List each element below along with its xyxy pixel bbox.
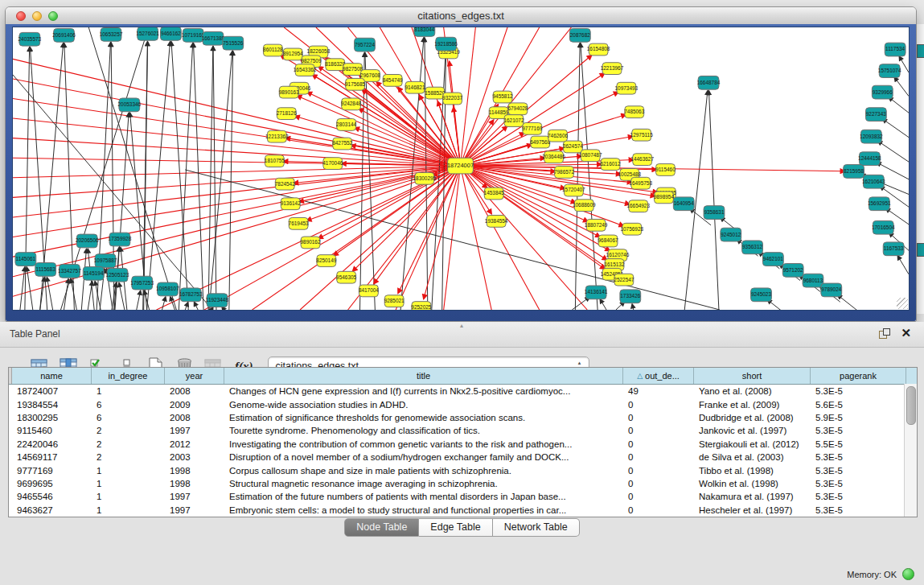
cell[interactable]: 9115460 xyxy=(13,426,92,435)
cell[interactable]: 2008 xyxy=(166,413,225,422)
cell[interactable]: 9699695 xyxy=(13,479,92,488)
cell[interactable]: 0 xyxy=(624,426,695,435)
column-header-title[interactable]: title xyxy=(224,368,623,384)
cell[interactable]: 1 xyxy=(92,466,166,476)
table-row[interactable]: 946362711997Embryonic stem cells: a mode… xyxy=(9,504,917,517)
table-row[interactable]: 1456911722003Disruption of a novel membe… xyxy=(9,451,917,463)
edge[interactable] xyxy=(461,166,607,260)
cell[interactable]: Embryonic stem cells: a model to study s… xyxy=(225,505,624,515)
scrollbar-thumb[interactable] xyxy=(906,386,916,425)
cell[interactable]: 1 xyxy=(92,479,166,488)
cell[interactable]: 9777169 xyxy=(13,466,92,476)
cell[interactable]: 2009 xyxy=(166,400,225,410)
float-panel-icon[interactable] xyxy=(879,328,890,340)
edge[interactable] xyxy=(575,43,580,310)
table-panel-header[interactable]: ▴ Table Panel ✕ xyxy=(0,322,924,348)
cell[interactable]: 5.3E-5 xyxy=(811,466,907,476)
cell[interactable]: Yano et al. (2008) xyxy=(695,386,811,396)
cell[interactable]: 18300295 xyxy=(13,413,92,422)
cell[interactable]: 1997 xyxy=(166,505,225,515)
network-canvas[interactable]: 8601128891295418226058982750916543362818… xyxy=(12,27,910,311)
edge[interactable] xyxy=(229,51,233,310)
edge[interactable] xyxy=(209,51,232,310)
cell[interactable]: 2 xyxy=(92,452,166,462)
cell[interactable]: Structural magnetic resonance image aver… xyxy=(225,479,624,488)
edge[interactable] xyxy=(334,166,461,256)
cell[interactable]: 18724007 xyxy=(13,386,92,396)
cell[interactable]: Wolkin et al. (1998) xyxy=(695,479,811,488)
edge[interactable] xyxy=(838,295,859,310)
table-row[interactable]: 1938455462009Genome-wide association stu… xyxy=(9,398,917,410)
table-row[interactable]: 911546021997Tourette syndrome. Phenomeno… xyxy=(9,424,917,437)
cell[interactable]: 49 xyxy=(624,386,695,396)
cell[interactable]: Estimation of significance thresholds fo… xyxy=(225,413,624,422)
cell[interactable]: 9465546 xyxy=(13,492,92,501)
cell[interactable]: 1997 xyxy=(166,426,225,435)
edge[interactable] xyxy=(185,303,188,310)
edge[interactable] xyxy=(13,166,461,277)
cell[interactable]: 5.5E-5 xyxy=(811,439,907,449)
cell[interactable]: 5.3E-5 xyxy=(811,452,907,462)
cell[interactable]: 0 xyxy=(624,505,695,515)
cell[interactable]: 2 xyxy=(92,439,166,449)
edge[interactable] xyxy=(147,42,170,310)
cell[interactable]: Tibbo et al. (1998) xyxy=(695,466,811,476)
cell[interactable]: Disruption of a novel member of a sodium… xyxy=(225,452,624,462)
cell[interactable]: 1998 xyxy=(166,479,225,488)
cell[interactable]: 0 xyxy=(624,492,695,501)
cell[interactable]: 2 xyxy=(92,426,166,435)
cell[interactable]: 5.3E-5 xyxy=(811,479,907,488)
table-body[interactable]: 1872400712008Changes of HCN gene express… xyxy=(9,385,917,517)
edge[interactable] xyxy=(365,52,376,310)
window-titlebar[interactable]: citations_edges.txt xyxy=(6,7,916,25)
edge[interactable] xyxy=(194,43,204,310)
table-row[interactable]: 969969511998Structural magnetic resonanc… xyxy=(9,477,917,490)
cell[interactable]: 5.3E-5 xyxy=(811,492,907,501)
edge[interactable] xyxy=(27,267,33,310)
edge[interactable] xyxy=(878,141,909,162)
cell[interactable]: 2012 xyxy=(166,439,225,449)
cell[interactable]: 22420046 xyxy=(13,439,92,449)
cell[interactable]: 0 xyxy=(624,466,695,476)
edge[interactable] xyxy=(600,299,606,310)
table-row[interactable]: 2242004622012Investigating the contribut… xyxy=(9,438,917,451)
cell[interactable]: 5.3E-5 xyxy=(811,505,907,515)
edge[interactable] xyxy=(894,77,909,97)
cell[interactable]: 9463627 xyxy=(13,505,92,515)
cell[interactable]: 5.9E-5 xyxy=(811,413,907,422)
edge[interactable] xyxy=(47,278,52,310)
cell[interactable]: 0 xyxy=(624,452,695,462)
column-header-pagerank[interactable]: pagerank xyxy=(811,368,906,384)
edge[interactable] xyxy=(64,279,68,310)
cell[interactable]: 0 xyxy=(624,439,695,449)
tab-edge-table[interactable]: Edge Table xyxy=(419,518,492,537)
citation-network-graph[interactable]: 8601128891295418226058982750916543362818… xyxy=(13,27,909,310)
cell[interactable]: Stergiakouli et al. (2012) xyxy=(695,439,811,449)
cell[interactable]: 6 xyxy=(92,413,166,422)
cell[interactable]: Franke et al. (2009) xyxy=(695,400,811,410)
cell[interactable]: Jankovic et al. (1997) xyxy=(695,426,811,435)
close-panel-icon[interactable]: ✕ xyxy=(901,326,911,340)
cell[interactable]: Dudbridge et al. (2008) xyxy=(695,413,811,422)
tab-node-table[interactable]: Node Table xyxy=(344,518,419,537)
vertical-scrollbar[interactable] xyxy=(904,384,917,517)
edge[interactable] xyxy=(708,91,718,310)
column-header-name[interactable]: name xyxy=(12,368,92,384)
cell[interactable]: 19384554 xyxy=(13,400,92,410)
column-header-short[interactable]: short xyxy=(694,368,811,384)
table-row[interactable]: 1872400712008Changes of HCN gene express… xyxy=(9,385,917,398)
table-row[interactable]: 946554611997Estimation of the future num… xyxy=(9,490,917,503)
cell[interactable]: 1 xyxy=(92,386,166,396)
cell[interactable]: 1 xyxy=(92,492,166,501)
edge[interactable] xyxy=(767,299,788,310)
cell[interactable]: Estimation of the future numbers of pati… xyxy=(225,492,624,501)
cell[interactable]: 0 xyxy=(624,413,695,422)
edge[interactable] xyxy=(13,166,461,178)
edge[interactable] xyxy=(204,166,460,310)
cell[interactable]: 1997 xyxy=(166,492,225,501)
edge[interactable] xyxy=(13,79,461,166)
cell[interactable]: 1 xyxy=(92,505,166,515)
cell[interactable]: 0 xyxy=(624,479,695,488)
edge[interactable] xyxy=(632,304,634,310)
cell[interactable]: 5.6E-5 xyxy=(811,400,907,410)
